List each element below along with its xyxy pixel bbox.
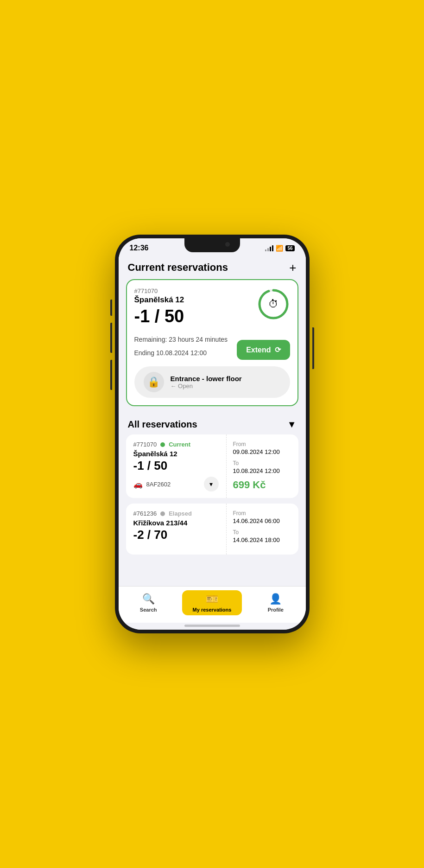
- status-label-elapsed: Elapsed: [169, 510, 192, 517]
- timer-circle: ⏱: [257, 287, 290, 321]
- reservation-location: Španělská 12: [134, 295, 184, 305]
- ending-time: Ending 10.08.2024 12:00: [134, 348, 228, 358]
- card-bottom-row: Remaining: 23 hours 24 minutes Ending 10…: [134, 331, 290, 360]
- status-dot-elapsed: [160, 511, 165, 516]
- nav-search[interactable]: 🔍 Search: [119, 590, 178, 615]
- nav-reservations-label: My reservations: [193, 607, 232, 613]
- signal-icon: [265, 245, 273, 251]
- expand-button-1[interactable]: ▾: [204, 477, 219, 491]
- card-top-row: #771070 Španělská 12 -1 / 50 ⏱: [134, 287, 290, 328]
- reservation-card-1: #771070 Current Španělská 12 -1 / 50 🚗 8…: [126, 434, 298, 498]
- to-label-2: To: [233, 529, 292, 536]
- to-label-1: To: [233, 460, 292, 466]
- page-title: Current reservations: [128, 262, 228, 274]
- time-info: Remaining: 23 hours 24 minutes Ending 10…: [134, 331, 228, 360]
- home-bar: [184, 625, 240, 627]
- nav-reservations[interactable]: 🎫 My reservations: [182, 590, 242, 615]
- from-label-2: From: [233, 510, 292, 517]
- entrance-text: Entrance - lower floor ← Open: [171, 375, 242, 389]
- to-date-1: 10.08.2024 12:00: [233, 467, 292, 474]
- home-indicator: [119, 623, 306, 630]
- nav-search-label: Search: [140, 607, 157, 613]
- res-location-2: Křižíkova 213/44: [133, 519, 219, 527]
- from-date-2: 14.06.2024 06:00: [233, 517, 292, 524]
- all-reservations-title: All reservations: [128, 419, 197, 430]
- wifi-icon: 📶: [276, 245, 283, 252]
- res-id-2: #761236: [133, 510, 157, 517]
- all-reservations-header: All reservations ▼: [119, 414, 306, 434]
- camera: [225, 242, 230, 247]
- status-time: 12:36: [130, 244, 149, 252]
- res-location-1: Španělská 12: [133, 450, 219, 458]
- res-car-row-1: 🚗 8AF2602 ▾: [133, 477, 219, 491]
- res-id-row-1: #771070 Current: [133, 441, 219, 448]
- entrance-sub: ← Open: [171, 383, 242, 389]
- notch: [184, 238, 240, 252]
- remaining-time: Remaining: 23 hours 24 minutes: [134, 335, 228, 345]
- lock-icon: 🔒: [144, 372, 164, 392]
- filter-icon[interactable]: ▼: [287, 419, 297, 430]
- status-icons: 📶 56: [265, 245, 294, 252]
- phone-screen: 12:36 📶 56 Current reservations +: [119, 238, 306, 630]
- add-reservation-button[interactable]: +: [289, 262, 296, 274]
- res-card-left-2: #761236 Elapsed Křižíkova 213/44 -2 / 70: [126, 504, 227, 555]
- res-card-left-1: #771070 Current Španělská 12 -1 / 50 🚗 8…: [126, 434, 227, 498]
- car-icon: 🚗: [133, 480, 143, 489]
- profile-icon: 👤: [269, 593, 282, 605]
- page-header: Current reservations +: [119, 254, 306, 279]
- res-id-row-2: #761236 Elapsed: [133, 510, 219, 517]
- card-info-left: #771070 Španělská 12 -1 / 50: [134, 287, 184, 328]
- search-icon: 🔍: [142, 593, 155, 605]
- car-plate-1: 8AF2602: [146, 481, 171, 488]
- main-content: Current reservations + #771070 Španělská…: [119, 254, 306, 586]
- res-floor-2: -2 / 70: [133, 528, 219, 542]
- extend-icon: ⟳: [275, 345, 281, 354]
- status-label-current: Current: [169, 441, 190, 448]
- ticket-icon: 🎫: [206, 593, 218, 605]
- from-label-1: From: [233, 441, 292, 447]
- nav-profile[interactable]: 👤 Profile: [246, 590, 305, 615]
- reservation-card-2: #761236 Elapsed Křižíkova 213/44 -2 / 70…: [126, 504, 298, 555]
- res-floor-1: -1 / 50: [133, 459, 219, 473]
- status-dot-current: [160, 442, 165, 447]
- stopwatch-icon: ⏱: [268, 298, 278, 310]
- bottom-nav: 🔍 Search 🎫 My reservations 👤 Profile: [119, 586, 306, 623]
- battery-indicator: 56: [285, 245, 294, 251]
- res-card-right-1: From 09.08.2024 12:00 To 10.08.2024 12:0…: [227, 434, 298, 498]
- res-price-1: 699 Kč: [233, 479, 292, 491]
- res-card-right-2: From 14.06.2024 06:00 To 14.06.2024 18:0…: [227, 504, 298, 555]
- entrance-title: Entrance - lower floor: [171, 375, 242, 383]
- extend-button[interactable]: Extend ⟳: [237, 340, 290, 360]
- reservation-id: #771070: [134, 287, 184, 294]
- from-date-1: 09.08.2024 12:00: [233, 448, 292, 455]
- current-reservation-card: #771070 Španělská 12 -1 / 50 ⏱ Rem: [126, 279, 298, 406]
- phone-frame: 12:36 📶 56 Current reservations +: [115, 235, 310, 633]
- entrance-button[interactable]: 🔒 Entrance - lower floor ← Open: [134, 366, 290, 398]
- reservation-floor: -1 / 50: [134, 306, 184, 326]
- res-id-1: #771070: [133, 441, 157, 448]
- to-date-2: 14.06.2024 18:00: [233, 536, 292, 543]
- nav-profile-label: Profile: [268, 607, 284, 613]
